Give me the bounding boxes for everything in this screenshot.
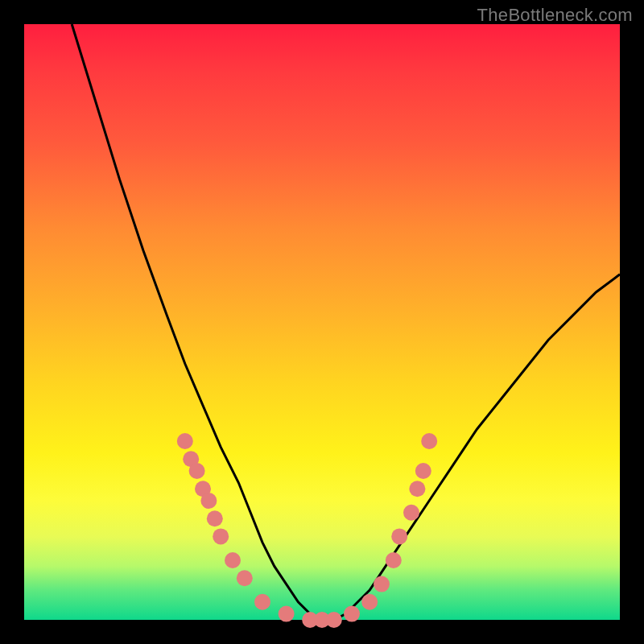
bottleneck-curve	[72, 24, 620, 620]
data-marker	[344, 606, 360, 622]
data-marker	[326, 612, 342, 628]
watermark-text: TheBottleneck.com	[477, 5, 633, 26]
chart-stage: TheBottleneck.com	[0, 0, 644, 644]
data-marker	[207, 510, 223, 526]
marker-group	[177, 433, 437, 628]
data-marker	[254, 594, 270, 610]
curve-svg	[24, 24, 620, 620]
data-marker	[177, 433, 193, 449]
data-marker	[200, 493, 217, 509]
data-marker	[415, 463, 431, 479]
data-marker	[386, 552, 402, 568]
data-marker	[189, 463, 205, 479]
data-marker	[213, 528, 229, 544]
data-marker	[225, 552, 241, 568]
data-marker	[361, 594, 378, 610]
data-marker	[374, 576, 390, 592]
data-marker	[237, 570, 253, 586]
data-marker	[409, 481, 425, 497]
data-marker	[403, 505, 419, 521]
data-marker	[421, 433, 437, 449]
data-marker	[279, 606, 295, 622]
plot-area	[24, 24, 620, 620]
data-marker	[391, 528, 407, 544]
